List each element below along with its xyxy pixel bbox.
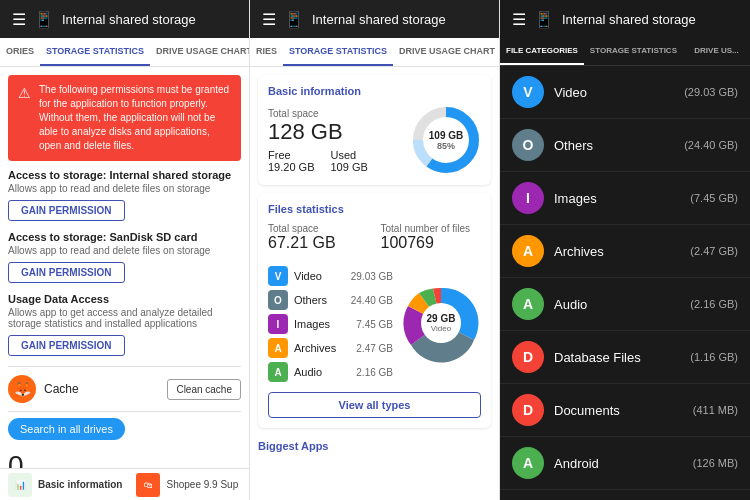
- basic-info-label: Basic information: [38, 479, 122, 490]
- gain-permission-btn-3[interactable]: GAIN PERMISSION: [8, 335, 125, 356]
- perm-desc-3: Allows app to get access and analyze det…: [8, 307, 241, 329]
- cat-others-name: Others: [554, 138, 674, 153]
- free-storage: Free 19.20 GB: [268, 149, 314, 173]
- total-space-value: 128 GB: [268, 119, 401, 145]
- images-dot: I: [268, 314, 288, 334]
- shopee-icon: 🛍: [136, 473, 160, 497]
- gain-permission-btn-2[interactable]: GAIN PERMISSION: [8, 262, 125, 283]
- permission-usage-data: Usage Data Access Allows app to get acce…: [8, 293, 241, 356]
- pie-type: Video: [427, 324, 456, 333]
- mid-tabs: RIES STORAGE STATISTICS DRIVE USAGE CHAR…: [250, 38, 499, 67]
- cat-documents-name: Documents: [554, 403, 683, 418]
- audio-dot: A: [268, 362, 288, 382]
- warning-text: The following permissions must be grante…: [39, 83, 231, 153]
- pie-chart: 29 GB Video: [401, 283, 481, 363]
- images-size: 7.45 GB: [356, 319, 393, 330]
- cat-developer[interactable]: D Developer Files (5.26 MB): [500, 490, 750, 500]
- basic-info-icon: 📊: [8, 473, 32, 497]
- left-panel: ☰ 📱 Internal shared storage ORIES STORAG…: [0, 0, 250, 500]
- basic-info-card: Basic information Total space 128 GB Fre…: [258, 75, 491, 185]
- donut-percent: 85%: [429, 141, 463, 151]
- permission-storage-sdcard: Access to storage: SanDisk SD card Allow…: [8, 231, 241, 283]
- mid-panel: ☰ 📱 Internal shared storage RIES STORAGE…: [250, 0, 500, 500]
- audio-name: Audio: [294, 366, 350, 378]
- file-type-audio: A Audio 2.16 GB: [268, 362, 393, 382]
- tab-storage-stats-right[interactable]: STORAGE STATISTICS: [584, 38, 683, 65]
- video-dot: V: [268, 266, 288, 286]
- total-files-value: 100769: [381, 234, 482, 252]
- total-space-stat-value: 67.21 GB: [268, 234, 369, 252]
- tab-drive-usage-left[interactable]: DRIVE USAGE CHART: [150, 38, 249, 66]
- cat-video-size: (29.03 GB): [684, 86, 738, 98]
- donut-center-text: 109 GB 85%: [429, 130, 463, 151]
- warning-icon: ⚠: [18, 84, 31, 153]
- right-header: ☰ 📱 Internal shared storage: [500, 0, 750, 38]
- left-tabs: ORIES STORAGE STATISTICS DRIVE USAGE CHA…: [0, 38, 249, 67]
- cat-video-name: Video: [554, 85, 674, 100]
- storage-sub-row: Free 19.20 GB Used 109 GB: [268, 149, 401, 173]
- free-value: 19.20 GB: [268, 161, 314, 173]
- cat-android-name: Android: [554, 456, 683, 471]
- category-list: V Video (29.03 GB) O Others (24.40 GB) I…: [500, 66, 750, 500]
- file-type-images: I Images 7.45 GB: [268, 314, 393, 334]
- cat-video[interactable]: V Video (29.03 GB): [500, 66, 750, 119]
- right-menu-icon[interactable]: ☰: [512, 10, 526, 29]
- images-name: Images: [294, 318, 350, 330]
- cat-android-size: (126 MB): [693, 457, 738, 469]
- cat-others-size: (24.40 GB): [684, 139, 738, 151]
- cat-android-avatar: A: [512, 447, 544, 479]
- cat-archives[interactable]: A Archives (2.47 GB): [500, 225, 750, 278]
- cat-documents-avatar: D: [512, 394, 544, 426]
- pie-center: 29 GB Video: [427, 313, 456, 333]
- right-header-device-icon: 📱: [534, 10, 554, 29]
- cat-video-avatar: V: [512, 76, 544, 108]
- tab-ories-mid[interactable]: RIES: [250, 38, 283, 66]
- cat-audio-size: (2.16 GB): [690, 298, 738, 310]
- total-space-section: Total space 128 GB Free 19.20 GB Used 10…: [268, 108, 401, 173]
- cat-android[interactable]: A Android (126 MB): [500, 437, 750, 490]
- tab-storage-stats-left[interactable]: STORAGE STATISTICS: [40, 38, 150, 66]
- cat-others[interactable]: O Others (24.40 GB): [500, 119, 750, 172]
- cat-images-size: (7.45 GB): [690, 192, 738, 204]
- video-name: Video: [294, 270, 345, 282]
- total-files-label: Total number of files: [381, 223, 482, 234]
- file-type-video: V Video 29.03 GB: [268, 266, 393, 286]
- tab-file-categories[interactable]: FILE CATEGORIES: [500, 38, 584, 65]
- used-label: Used: [330, 149, 367, 161]
- left-menu-icon[interactable]: ☰: [12, 10, 26, 29]
- files-in-index-count: 0: [8, 450, 241, 468]
- cat-archives-avatar: A: [512, 235, 544, 267]
- mid-content: Basic information Total space 128 GB Fre…: [250, 67, 499, 500]
- clean-cache-button[interactable]: Clean cache: [167, 379, 241, 400]
- cat-images[interactable]: I Images (7.45 GB): [500, 172, 750, 225]
- tab-storage-stats-mid[interactable]: STORAGE STATISTICS: [283, 38, 393, 66]
- left-header: ☰ 📱 Internal shared storage: [0, 0, 249, 38]
- left-header-device-icon: 📱: [34, 10, 54, 29]
- search-all-drives-btn[interactable]: Search in all drives: [8, 418, 125, 440]
- tab-ories-left[interactable]: ORIES: [0, 38, 40, 66]
- perm-desc-1: Allows app to read and delete files on s…: [8, 183, 241, 194]
- gain-permission-btn-1[interactable]: GAIN PERMISSION: [8, 200, 125, 221]
- perm-title-1: Access to storage: Internal shared stora…: [8, 169, 241, 181]
- mid-header-device-icon: 📱: [284, 10, 304, 29]
- cat-audio[interactable]: A Audio (2.16 GB): [500, 278, 750, 331]
- donut-chart: 109 GB 85%: [411, 105, 481, 175]
- donut-gb: 109 GB: [429, 130, 463, 141]
- tab-drive-usage-mid[interactable]: DRIVE USAGE CHART: [393, 38, 499, 66]
- cat-images-name: Images: [554, 191, 680, 206]
- mid-menu-icon[interactable]: ☰: [262, 10, 276, 29]
- warning-box: ⚠ The following permissions must be gran…: [8, 75, 241, 161]
- cat-documents[interactable]: D Documents (411 MB): [500, 384, 750, 437]
- cat-database[interactable]: D Database Files (1.16 GB): [500, 331, 750, 384]
- left-content: ⚠ The following permissions must be gran…: [0, 67, 249, 468]
- perm-title-3: Usage Data Access: [8, 293, 241, 305]
- view-all-types-btn[interactable]: View all types: [268, 392, 481, 418]
- shopee-label: Shopee 9.9 Sup: [166, 479, 238, 490]
- tab-drive-usage-right[interactable]: DRIVE US...: [683, 38, 750, 65]
- cache-row: 🦊 Cache Clean cache: [8, 375, 241, 403]
- total-space-label: Total space: [268, 108, 401, 119]
- total-space-stat-label: Total space: [268, 223, 369, 234]
- others-name: Others: [294, 294, 345, 306]
- cat-database-size: (1.16 GB): [690, 351, 738, 363]
- pie-gb: 29 GB: [427, 313, 456, 324]
